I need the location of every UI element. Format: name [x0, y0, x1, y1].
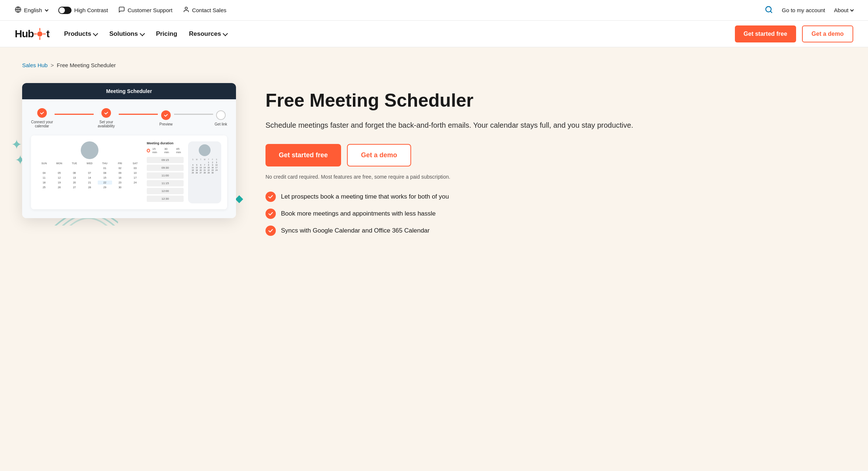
- step-line-2: [119, 114, 158, 115]
- nav-item-products[interactable]: Products: [64, 30, 98, 38]
- hero-content: ✦ ✦✦ Meeting Scheduler Connect your cale…: [22, 83, 846, 236]
- step-4: Get link: [215, 110, 227, 126]
- nav-item-solutions[interactable]: Solutions: [109, 30, 144, 38]
- scheduler-body: Connect your calendar Set your availabil…: [22, 99, 236, 218]
- nav-item-pricing[interactable]: Pricing: [156, 30, 177, 38]
- mobile-profile-avatar: [199, 144, 211, 156]
- breadcrumb-parent-link[interactable]: Sales Hub: [22, 62, 48, 68]
- svg-point-2: [185, 7, 187, 9]
- products-chevron: [93, 31, 98, 36]
- cal-days: 01 02 03 04 05 06 07 08 09 10: [37, 166, 142, 189]
- chat-icon: [118, 6, 125, 14]
- breadcrumb-separator: >: [51, 62, 54, 68]
- step-line-1: [55, 114, 94, 115]
- step-line-3: [174, 114, 213, 115]
- check-icon-3: [265, 226, 276, 236]
- toggle-knob: [59, 7, 65, 13]
- nav-right: Get started free Get a demo: [735, 25, 853, 42]
- search-button[interactable]: [765, 6, 773, 15]
- top-bar-left: English High Contrast Customer Support: [15, 6, 226, 14]
- high-contrast-toggle[interactable]: High Contrast: [58, 7, 108, 14]
- nav-get-started-button[interactable]: Get started free: [735, 25, 796, 42]
- solutions-chevron: [140, 31, 145, 36]
- step-circle-3: [161, 110, 171, 120]
- nav-left: Hub t Products Solutions: [15, 28, 227, 40]
- mobile-preview: S M T W T F S: [188, 141, 221, 203]
- logo-text-t: t: [46, 28, 49, 40]
- step-label-4: Get link: [215, 122, 227, 126]
- nav-items: Products Solutions Pricing Resources: [64, 30, 228, 38]
- times-section: Meeting duration 15 min 30 min 45 min 09…: [147, 141, 184, 203]
- hero-description: Schedule meetings faster and forget the …: [265, 120, 846, 131]
- diamond-decoration: ◆: [235, 192, 243, 204]
- step-1: Connect your calendar: [31, 108, 53, 128]
- hubspot-logo[interactable]: Hub t: [15, 28, 49, 40]
- logo-spot: [34, 28, 46, 40]
- customer-support-link[interactable]: Customer Support: [118, 6, 173, 14]
- step-circle-4: [216, 110, 226, 120]
- step-3: Preview: [159, 110, 173, 126]
- check-icon-2: [265, 209, 276, 219]
- hero-get-demo-button[interactable]: Get a demo: [347, 144, 411, 166]
- hero-image: ✦ ✦✦ Meeting Scheduler Connect your cale…: [22, 83, 236, 218]
- time-slot-4[interactable]: 11:15: [147, 180, 184, 186]
- hero-buttons: Get started free Get a demo: [265, 144, 846, 166]
- go-to-account-link[interactable]: Go to my account: [782, 7, 825, 13]
- feature-item-3: Syncs with Google Calendar and Office 36…: [265, 226, 846, 236]
- hero-title: Free Meeting Scheduler: [265, 90, 846, 111]
- about-label: About: [834, 7, 848, 13]
- time-slot-2[interactable]: 09:30: [147, 165, 184, 171]
- step-circle-1: [37, 108, 47, 118]
- scheduler-header: Meeting Scheduler: [22, 83, 236, 99]
- globe-icon: [15, 6, 21, 14]
- step-label-1: Connect your calendar: [31, 120, 53, 128]
- high-contrast-label: High Contrast: [74, 7, 108, 13]
- time-slot-6[interactable]: 12:30: [147, 196, 184, 202]
- about-link[interactable]: About: [834, 7, 853, 13]
- feature-label-3: Syncs with Google Calendar and Office 36…: [281, 227, 430, 234]
- person-icon: [183, 6, 190, 14]
- step-label-3: Preview: [159, 122, 173, 126]
- language-chevron: [45, 8, 49, 12]
- feature-list: Let prospects book a meeting time that w…: [265, 192, 846, 236]
- hero-get-started-button[interactable]: Get started free: [265, 144, 341, 166]
- calendar-profile-avatar: [81, 141, 98, 159]
- hero-right: Free Meeting Scheduler Schedule meetings…: [265, 83, 846, 236]
- time-slot-5[interactable]: 12:00: [147, 188, 184, 194]
- scheduler-main: SUN MON TUE WED THU FRI SAT: [31, 135, 227, 209]
- language-label: English: [24, 7, 42, 13]
- duration-bar: 15 min 30 min 45 min: [147, 147, 184, 154]
- mobile-calendar: S M T W T F S: [191, 158, 218, 174]
- nav-get-demo-button[interactable]: Get a demo: [802, 25, 853, 42]
- time-slot-1[interactable]: 09:15: [147, 157, 184, 163]
- check-icon-1: [265, 192, 276, 202]
- resources-chevron: [223, 31, 228, 36]
- contact-sales-label: Contact Sales: [192, 7, 226, 13]
- duration-label: Meeting duration: [147, 141, 184, 145]
- about-chevron: [850, 8, 854, 12]
- feature-label-1: Let prospects book a meeting time that w…: [281, 193, 449, 200]
- contact-sales-link[interactable]: Contact Sales: [183, 6, 226, 14]
- svg-line-4: [770, 11, 772, 13]
- hero-note: No credit card required. Most features a…: [265, 174, 846, 180]
- toggle-switch[interactable]: [58, 7, 72, 14]
- duration-dot-active: [147, 149, 150, 152]
- step-2: Set your availability: [95, 108, 117, 128]
- calendar-section: SUN MON TUE WED THU FRI SAT: [37, 141, 142, 203]
- breadcrumb-current: Free Meeting Scheduler: [57, 62, 116, 68]
- breadcrumb: Sales Hub > Free Meeting Scheduler: [22, 62, 846, 68]
- nav-item-resources[interactable]: Resources: [189, 30, 228, 38]
- top-bar-right: Go to my account About: [765, 6, 853, 15]
- step-label-2: Set your availability: [95, 120, 117, 128]
- top-bar: English High Contrast Customer Support: [0, 0, 868, 21]
- step-circle-2: [101, 108, 111, 118]
- feature-item-2: Book more meetings and appointments with…: [265, 209, 846, 219]
- cal-header: SUN MON TUE WED THU FRI SAT: [37, 162, 142, 165]
- hero-section: Sales Hub > Free Meeting Scheduler ✦ ✦✦ …: [0, 47, 868, 471]
- progress-steps: Connect your calendar Set your availabil…: [31, 108, 227, 128]
- logo-text-hub: Hub: [15, 28, 34, 40]
- time-slot-3[interactable]: 11:00: [147, 172, 184, 179]
- language-selector[interactable]: English: [15, 6, 48, 14]
- feature-item-1: Let prospects book a meeting time that w…: [265, 192, 846, 202]
- customer-support-label: Customer Support: [128, 7, 173, 13]
